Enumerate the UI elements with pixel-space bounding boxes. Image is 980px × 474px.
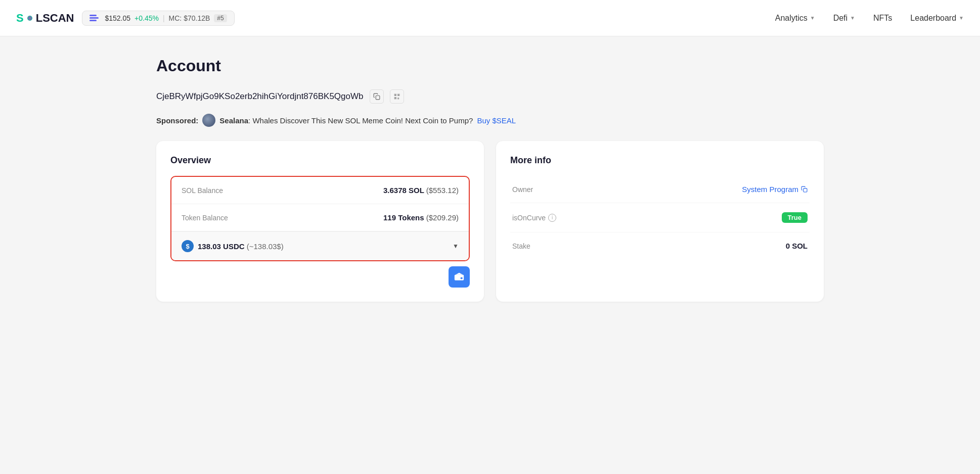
copy-address-button[interactable] — [370, 89, 384, 104]
nav-analytics[interactable]: Analytics ▼ — [775, 14, 815, 23]
qr-button[interactable] — [390, 89, 404, 104]
page-title: Account — [156, 57, 824, 75]
more-info-card: More info Owner System Program isOnCurve… — [496, 141, 824, 302]
nav-nfts[interactable]: NFTs — [873, 14, 892, 23]
usdc-icon: $ — [182, 240, 194, 252]
main-nav: Analytics ▼ Defi ▼ NFTs Leaderboard ▼ — [775, 14, 964, 23]
stake-row: Stake 0 SOL — [510, 232, 810, 259]
nav-defi[interactable]: Defi ▼ — [833, 14, 855, 23]
usdc-dropdown-arrow[interactable]: ▼ — [453, 243, 459, 250]
is-on-curve-row: isOnCurve i True — [510, 203, 810, 232]
leaderboard-chevron: ▼ — [959, 15, 964, 21]
analytics-chevron: ▼ — [810, 15, 815, 21]
overview-title: Overview — [170, 155, 470, 166]
logo-dot — [27, 16, 32, 21]
is-on-curve-value: True — [782, 212, 808, 223]
mc-label: MC: $70.12B — [169, 14, 210, 22]
is-on-curve-info-icon[interactable]: i — [548, 214, 556, 222]
logo-text: LSCAN — [36, 12, 74, 25]
wallet-button[interactable] — [449, 266, 470, 288]
copy-icon — [373, 93, 380, 100]
buy-seal-link[interactable]: Buy $SEAL — [477, 116, 516, 125]
sol-icon — [90, 15, 99, 21]
sponsored-row: Sponsored: Sealana: Whales Discover This… — [156, 114, 824, 127]
address-row: CjeBRyWfpjGo9KSo2erb2hihGiYordjnt876BK5Q… — [156, 89, 824, 104]
overview-box: SOL Balance 3.6378 SOL ($553.12) Token B… — [170, 176, 470, 261]
sol-balance-label: SOL Balance — [182, 186, 223, 195]
cards-row: Overview SOL Balance 3.6378 SOL ($553.12… — [156, 141, 824, 302]
overview-actions — [170, 261, 470, 288]
sponsored-text: Sealana: Whales Discover This New SOL Me… — [219, 116, 473, 125]
sol-price-badge: $152.05 +0.45% | MC: $70.12B #5 — [82, 11, 234, 26]
qr-icon — [393, 93, 400, 100]
token-balance-value: 119 Tokens ($209.29) — [383, 213, 459, 222]
overview-card: Overview SOL Balance 3.6378 SOL ($553.12… — [156, 141, 484, 302]
sol-price: $152.05 — [105, 14, 130, 22]
usdc-amount: 138.03 USDC (~138.03$) — [198, 242, 284, 251]
owner-row: Owner System Program — [510, 176, 810, 203]
svg-rect-1 — [804, 188, 807, 192]
sol-change: +0.45% — [135, 14, 159, 22]
is-on-curve-label: isOnCurve i — [512, 214, 556, 222]
usdc-row: $ 138.03 USDC (~138.03$) ▼ — [171, 231, 469, 260]
sol-balance-row: SOL Balance 3.6378 SOL ($553.12) — [171, 177, 469, 204]
wallet-address: CjeBRyWfpjGo9KSo2erb2hihGiYordjnt876BK5Q… — [156, 91, 364, 102]
more-info-title: More info — [510, 155, 810, 166]
owner-label: Owner — [512, 185, 533, 194]
sol-rank: #5 — [214, 14, 227, 22]
sol-balance-value: 3.6378 SOL ($553.12) — [383, 186, 459, 195]
nav-leaderboard[interactable]: Leaderboard ▼ — [910, 14, 964, 23]
svg-rect-0 — [376, 96, 380, 100]
stake-label: Stake — [512, 242, 530, 250]
defi-chevron: ▼ — [850, 15, 855, 21]
wallet-icon — [454, 272, 464, 282]
token-balance-label: Token Balance — [182, 214, 228, 222]
logo-s: S — [16, 12, 24, 25]
sealana-avatar — [202, 114, 215, 127]
site-logo[interactable]: SLSCAN — [16, 12, 74, 25]
token-balance-row: Token Balance 119 Tokens ($209.29) — [171, 204, 469, 231]
owner-value[interactable]: System Program — [742, 185, 808, 194]
stake-value: 0 SOL — [786, 242, 808, 250]
owner-copy-icon — [801, 186, 808, 193]
usdc-label-group: $ 138.03 USDC (~138.03$) — [182, 240, 284, 252]
sponsored-label: Sponsored: — [156, 116, 198, 125]
